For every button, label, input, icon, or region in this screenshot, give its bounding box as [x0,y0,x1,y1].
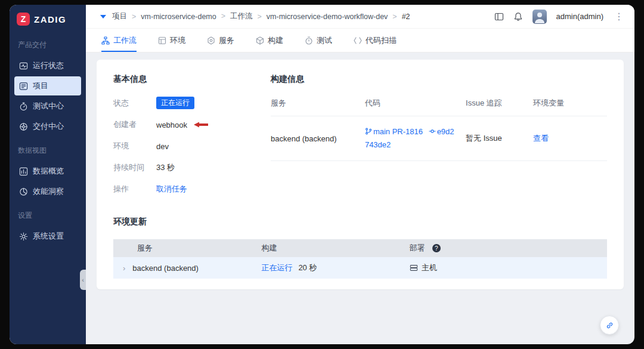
breadcrumb-dropdown-caret[interactable] [100,15,106,18]
gear-icon [19,232,28,241]
env-header-deploy: 部署 [410,243,607,254]
service-icon [207,36,215,45]
build-info-title: 构建信息 [271,74,607,85]
breadcrumb-project-name[interactable]: vm-microservice-demo [132,13,216,21]
creator-row: 创建者 webhook [113,119,271,131]
sidebar-item-data-overview[interactable]: 数据概览 [14,162,81,181]
topbar-right: admin(admin) [494,10,625,24]
git-commit-icon [429,128,436,135]
env-service-cell: backend (backend) [113,264,261,273]
tab-environment[interactable]: 环境 [158,29,185,52]
env-update-table: 服务 构建 部署 backend (backend) [113,239,607,279]
notification-bell-icon[interactable] [513,12,523,21]
build-info-section: 构建信息 服务 代码 Issue 追踪 环境变量 backend (backen… [271,74,607,205]
issue-tracking-value: 暂无 Issue [466,133,533,144]
build-service-name: backend (backend) [271,134,365,143]
sidebar-section-product-delivery: 产品交付 [10,32,86,55]
tab-code-scan[interactable]: 代码扫描 [354,29,397,52]
env-update-section: 环境更新 服务 构建 部署 [113,217,607,279]
status-row: 状态 正在运行 [113,97,271,109]
sidebar-item-label: 项目 [33,81,48,91]
more-menu-icon[interactable] [613,11,625,22]
logo-text: ZADIG [34,14,66,24]
pulse-monitor-icon [19,61,28,70]
pie-chart-icon [19,187,28,196]
sidebar-section-settings: 设置 [10,202,86,226]
test-icon [305,36,313,45]
annotation-arrow-icon [193,122,209,128]
tab-label: 环境 [170,35,185,46]
tab-label: 测试 [317,35,332,46]
workflow-icon [101,36,110,45]
env-header-deploy-label: 部署 [410,243,425,254]
build-header-env-vars: 环境变量 [533,98,607,109]
tab-service[interactable]: 服务 [207,29,234,52]
cancel-task-link[interactable]: 取消任务 [156,184,187,194]
sidebar-item-label: 数据概览 [33,166,64,177]
sidebar-item-efficiency-insight[interactable]: 效能洞察 [14,182,81,201]
user-avatar[interactable] [532,10,547,24]
breadcrumb-workflows[interactable]: 工作流 [221,11,253,21]
status-badge: 正在运行 [156,97,194,109]
zadig-logo[interactable]: Z ZADIG [10,5,86,32]
tab-test[interactable]: 测试 [305,29,332,52]
environment-label: 环境 [113,141,156,152]
tab-label: 构建 [268,35,283,46]
build-table-row: backend (backend) main PR-1816 e9d2743de… [271,116,607,161]
panel-toggle-icon[interactable] [494,12,504,21]
tab-label: 代码扫描 [366,35,397,46]
build-icon [256,36,264,45]
environment-value: dev [156,142,169,151]
sidebar-section-data-view: 数据视图 [10,137,86,160]
env-table-header: 服务 构建 部署 [113,239,607,257]
sidebar-item-running-status[interactable]: 运行状态 [14,56,81,75]
sidebar-item-label: 交付中心 [33,121,64,132]
tab-bar: 工作流 环境 服务 构建 测试 代码扫描 [86,29,634,52]
sidebar-item-projects[interactable]: 项目 [14,76,81,95]
status-label: 状态 [113,98,156,109]
env-update-title: 环境更新 [113,217,607,227]
help-icon[interactable] [432,244,441,252]
bar-chart-icon [19,167,28,176]
helm-wheel-icon [19,122,28,131]
code-scan-icon [354,36,362,45]
environment-icon [158,36,166,45]
tab-label: 服务 [219,35,234,46]
share-link-button[interactable] [600,316,619,335]
expand-chevron-icon[interactable] [123,264,125,273]
env-var-cell: 查看 [533,133,607,144]
duration-row: 持续时间 33 秒 [113,162,271,174]
creator-label: 创建者 [113,119,156,130]
breadcrumb-projects[interactable]: 项目 [112,11,127,21]
branch-name: main PR-1816 [373,127,423,136]
env-build-status: 正在运行 [261,262,292,273]
tab-workflow[interactable]: 工作流 [101,29,137,52]
deploy-target: 主机 [422,262,437,273]
tab-build[interactable]: 构建 [256,29,283,52]
env-deploy-cell: 主机 [410,262,607,273]
action-label: 操作 [113,184,156,194]
environment-row: 环境 dev [113,140,271,152]
basic-info-title: 基本信息 [113,74,271,85]
duration-value: 33 秒 [156,162,175,173]
username[interactable]: admin(admin) [556,12,603,21]
sidebar: Z ZADIG 产品交付 运行状态 项目 测试中心 交付中心 数据视图 数据概览… [10,5,86,344]
env-build-duration: 20 秒 [298,262,317,273]
creator-value: webhook [156,121,187,129]
branch-link[interactable]: main PR-1816 [365,127,423,136]
sidebar-collapse-handle[interactable] [80,270,86,290]
content-area: 基本信息 状态 正在运行 创建者 webhook 环境 dev [86,52,634,344]
host-server-icon [410,264,418,272]
git-branch-icon [365,128,372,135]
breadcrumb-workflow-name[interactable]: vm-microservice-demo-workflow-dev [258,13,388,21]
env-header-build: 构建 [261,243,409,254]
sidebar-item-delivery-center[interactable]: 交付中心 [14,117,81,136]
env-var-view-link[interactable]: 查看 [533,134,549,143]
breadcrumb: 项目 vm-microservice-demo 工作流 vm-microserv… [112,11,410,21]
zadig-logo-icon: Z [17,13,30,26]
build-code-cell: main PR-1816 e9d2743de2 [365,125,466,152]
sidebar-item-system-settings[interactable]: 系统设置 [14,227,81,246]
sidebar-item-test-center[interactable]: 测试中心 [14,97,81,116]
basic-info-section: 基本信息 状态 正在运行 创建者 webhook 环境 dev [113,74,271,205]
duration-label: 持续时间 [113,162,156,173]
